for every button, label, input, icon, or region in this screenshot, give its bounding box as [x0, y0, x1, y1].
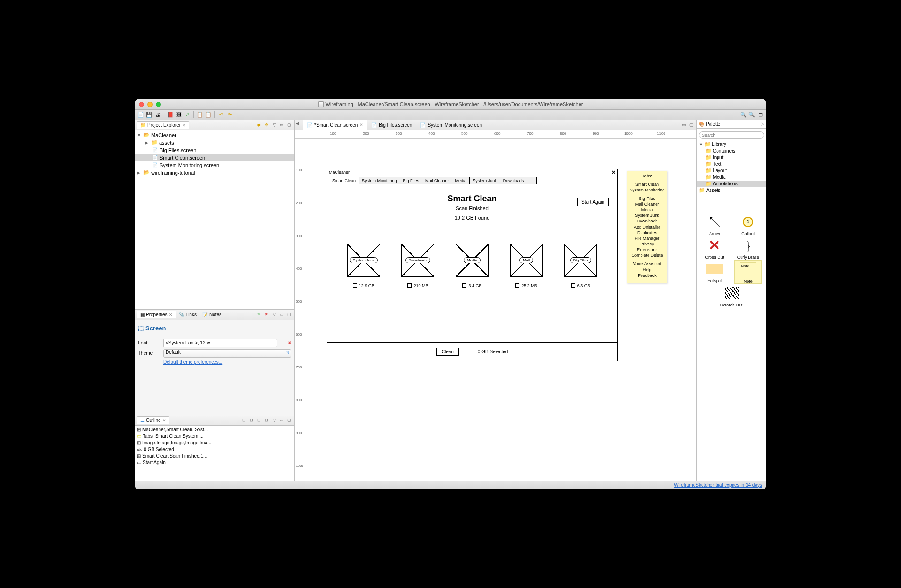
- paste-icon[interactable]: 📋: [205, 111, 212, 118]
- copy-icon[interactable]: 📋: [196, 111, 204, 118]
- close-icon[interactable]: ✕: [182, 123, 186, 128]
- checkbox-icon[interactable]: [515, 283, 519, 288]
- links-tab[interactable]: 📎 Links: [176, 311, 199, 318]
- close-icon[interactable]: ✕: [162, 418, 166, 423]
- properties-tab[interactable]: ▦ Properties ✕: [137, 311, 176, 318]
- widget-hotspot[interactable]: Hotspot: [701, 260, 728, 284]
- minimize-view-icon[interactable]: ▭: [278, 417, 285, 423]
- wf-item[interactable]: Mail25.2 MB: [503, 244, 550, 288]
- editor-tab[interactable]: 📄 Big Files.screen: [367, 120, 416, 130]
- checkbox-icon[interactable]: [353, 283, 357, 288]
- chevron-right-icon[interactable]: ▷: [761, 122, 764, 126]
- widget-scratch[interactable]: Scratch Out: [718, 285, 745, 307]
- chevron-right-icon[interactable]: ▶: [145, 140, 150, 145]
- tree-root[interactable]: ▼ 📂 MaCleaner: [135, 131, 294, 139]
- wf-item[interactable]: Media3.4 GB: [449, 244, 496, 288]
- outline-tab[interactable]: ☰ Outline ✕: [137, 416, 169, 424]
- close-icon[interactable]: ✕: [169, 313, 173, 317]
- notes-tab[interactable]: 📝 Notes: [199, 311, 224, 318]
- menu-icon[interactable]: ▽: [271, 417, 277, 423]
- palette-assets[interactable]: 📁Assets: [697, 187, 766, 194]
- save-icon[interactable]: 💾: [145, 111, 153, 118]
- edit-icon[interactable]: ✎: [256, 311, 262, 318]
- explorer-tab[interactable]: 📁 Project Explorer ✕: [137, 121, 189, 129]
- ruler-horizontal[interactable]: 100 200 300 400 500 600 700 800 900 1000…: [295, 130, 696, 139]
- maximize-view-icon[interactable]: ▢: [286, 311, 292, 318]
- delete-icon[interactable]: ✖: [263, 311, 270, 318]
- outline-item[interactable]: ▭Start Again: [137, 459, 292, 466]
- collapse-icon[interactable]: ◀: [296, 121, 302, 128]
- tree-folder[interactable]: ▶ 📂 wireframing-tutorial: [135, 169, 294, 176]
- palette-category[interactable]: 📁Text: [697, 161, 766, 168]
- checkbox-icon[interactable]: [462, 283, 466, 288]
- checkbox-icon[interactable]: [407, 283, 412, 288]
- redo-icon[interactable]: ↷: [226, 111, 233, 118]
- maximize-view-icon[interactable]: ▢: [688, 122, 695, 128]
- zoom-fit-icon[interactable]: ⊡: [756, 111, 764, 118]
- wf-tab-more[interactable]: ...: [527, 177, 537, 184]
- palette-category[interactable]: 📁Input: [697, 154, 766, 161]
- wf-clean-button[interactable]: Clean: [436, 348, 459, 356]
- widget-curly[interactable]: }Curly Brace: [734, 237, 762, 260]
- wf-tab[interactable]: Downloads: [500, 177, 527, 184]
- share-icon[interactable]: ↗: [183, 111, 191, 118]
- wf-item[interactable]: Big Files6.3 GB: [557, 244, 604, 288]
- minimize-view-icon[interactable]: ▭: [278, 122, 285, 128]
- tree-file-selected[interactable]: 📄 Smart Clean.screen: [135, 154, 294, 161]
- print-icon[interactable]: 🖨: [154, 111, 161, 118]
- palette-library[interactable]: ▼📁Library: [697, 141, 766, 148]
- wf-start-again-button[interactable]: Start Again: [577, 198, 609, 206]
- maximize-view-icon[interactable]: ▢: [286, 122, 292, 128]
- chevron-down-icon[interactable]: ▼: [699, 142, 703, 147]
- maximize-view-icon[interactable]: ▢: [286, 417, 292, 423]
- minimize-view-icon[interactable]: ▭: [278, 311, 285, 318]
- palette-category[interactable]: 📁Layout: [697, 168, 766, 174]
- outline-body[interactable]: ⊞MaCleaner,Smart Clean, Syst... ▭Tabs: S…: [135, 426, 294, 481]
- outline-item[interactable]: ⊞Smart Clean,Scan Finished,1...: [137, 453, 292, 459]
- filter-icon[interactable]: ⚙: [263, 122, 270, 128]
- outline-item[interactable]: ▭Tabs: Smart Clean System ...: [137, 433, 292, 440]
- checkbox-icon[interactable]: [571, 283, 575, 288]
- chevron-down-icon[interactable]: ▼: [137, 133, 142, 137]
- wireframe-titlebar[interactable]: MaCleaner ✕: [327, 169, 617, 176]
- outline-item[interactable]: ⊞Image,Image,Image,Image,Ima...: [137, 440, 292, 446]
- minimize-view-icon[interactable]: ▭: [680, 122, 687, 128]
- align-icon[interactable]: ⊞: [241, 417, 247, 423]
- palette-tree[interactable]: ▼📁Library 📁Containers 📁Input 📁Text 📁Layo…: [697, 140, 766, 195]
- widget-note-selected[interactable]: NoteNote: [734, 260, 762, 284]
- wireframe-tabs[interactable]: Smart Clean System Monitoring Big Files …: [327, 176, 617, 184]
- export-image-icon[interactable]: 🖼: [175, 111, 183, 118]
- wf-tab-active[interactable]: Smart Clean: [329, 177, 359, 184]
- wf-tab[interactable]: Big Files: [400, 177, 423, 184]
- editor-tab-active[interactable]: 📄 *Smart Clean.screen ✕: [303, 120, 367, 130]
- chevron-right-icon[interactable]: ▶: [137, 170, 142, 175]
- wf-tab[interactable]: Mail Cleaner: [422, 177, 452, 184]
- new-icon[interactable]: 📄: [137, 111, 145, 118]
- palette-category[interactable]: 📁Media: [697, 174, 766, 181]
- tree-file[interactable]: 📄 Big Files.screen: [135, 146, 294, 154]
- export-pdf-icon[interactable]: 📕: [167, 111, 174, 118]
- menu-icon[interactable]: ▽: [271, 311, 277, 318]
- widget-crossout[interactable]: ✕Cross Out: [701, 237, 728, 260]
- editor-tab[interactable]: 📄 System Monitoring.screen: [416, 120, 486, 130]
- outline-item[interactable]: abc0 GB Selected: [137, 446, 292, 453]
- widget-arrow[interactable]: Arrow: [701, 214, 728, 236]
- zoom-out-icon[interactable]: 🔍: [748, 111, 756, 118]
- link-editor-icon[interactable]: ⇄: [256, 122, 262, 128]
- theme-preferences-link[interactable]: Default theme preferences...: [163, 359, 222, 365]
- order-icon[interactable]: ⊡: [263, 417, 270, 423]
- wf-tab[interactable]: System Monitoring: [359, 177, 400, 184]
- trial-link[interactable]: WireframeSketcher trial expires in 14 da…: [674, 482, 762, 488]
- wf-tab[interactable]: System Junk: [469, 177, 500, 184]
- order-icon[interactable]: ⊡: [256, 417, 262, 423]
- explorer-tree[interactable]: ▼ 📂 MaCleaner ▶ 📁 assets 📄 Big Files.scr…: [135, 130, 294, 309]
- zoom-in-icon[interactable]: 🔍: [740, 111, 747, 118]
- close-icon[interactable]: ✕: [359, 122, 363, 127]
- palette-category[interactable]: 📁Containers: [697, 148, 766, 154]
- wf-item[interactable]: System Junk12.9 GB: [340, 244, 387, 288]
- tree-folder[interactable]: ▶ 📁 assets: [135, 139, 294, 146]
- font-input[interactable]: [163, 339, 277, 347]
- ruler-vertical[interactable]: 100 200 300 400 500 600 700 800 900 1000: [295, 139, 303, 481]
- widget-callout[interactable]: 1Callout: [734, 214, 762, 236]
- sticky-note[interactable]: Tabs: Smart Clean System Monitoring Big …: [627, 171, 667, 283]
